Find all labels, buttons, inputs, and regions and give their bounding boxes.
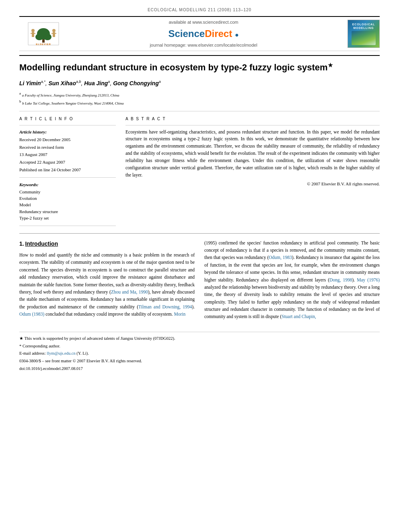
body-two-col: 1. Introduction How to model and quantif… <box>19 239 380 324</box>
title-text: Modelling redundant structure in ecosyst… <box>19 63 328 73</box>
authors-line: Li Yimina,*, Sun Xihaoa,b, Hua Jinga, Go… <box>19 79 380 87</box>
cite-odum2: Odum, 1983 <box>269 255 292 260</box>
author-xihao: Sun Xihao <box>48 80 76 86</box>
svg-rect-11 <box>53 32 55 37</box>
keyword-evolution: Evolution <box>19 195 116 201</box>
elsevier-logo: ELSEVIER <box>19 22 68 46</box>
keywords-label: Keywords: <box>19 182 116 188</box>
cite-dong: Dong, 1998 <box>329 277 352 282</box>
body-left-col: 1. Introduction How to model and quantif… <box>19 239 195 324</box>
section1-right-para: (1995) confirmed the species' function r… <box>204 239 380 320</box>
svg-point-4 <box>35 34 43 40</box>
published-date: Published on line 24 October 2007 <box>19 166 116 174</box>
article-history: Article history: Received 20 December 20… <box>19 129 116 174</box>
center-links: available at www.sciencedirect.com Scien… <box>68 19 339 48</box>
svg-point-6 <box>31 29 35 32</box>
footnote-email: E-mail address: llym@ujs.edu.cn (Y. Li). <box>19 350 380 357</box>
svg-rect-12 <box>51 33 53 34</box>
cite-stuart: Stuart and Chapin, <box>282 314 316 319</box>
cite-odum1: Odum (1983) <box>19 312 44 316</box>
affil-a: a a Faculty of Science, Jiangsu Universi… <box>19 91 380 98</box>
received-revised-label: Received in revised form <box>19 144 116 151</box>
body-right-col: (1995) confirmed the species' function r… <box>204 239 380 324</box>
section1-left-para: How to model and quantify the niche and … <box>19 251 195 318</box>
journal-top-bar: ECOLOGICAL MODELLING 211 (2008) 113–120 <box>19 7 380 13</box>
cover-box: ECOLOGICALMODELLING <box>348 20 380 48</box>
history-label: Article history: <box>19 129 116 136</box>
sciencedirect-logo: ScienceDirect ● <box>68 27 339 41</box>
keyword-community: Community <box>19 189 116 195</box>
accepted-date: Accepted 22 August 2007 <box>19 159 116 166</box>
abstract-label: A B S T R A C T <box>125 116 380 122</box>
received-orig: Received 20 December 2005 <box>19 136 116 144</box>
divider-1 <box>19 111 380 111</box>
cite-morin: Morin <box>174 312 186 316</box>
body-section: 1. Introduction How to model and quantif… <box>19 233 380 324</box>
footnote-star: ★ This work is supported by project of a… <box>19 335 380 342</box>
affil-b: b b Lake Tai College, Southern Yangtze U… <box>19 99 380 106</box>
article-info-abstract: A R T I C L E I N F O Article history: R… <box>19 116 380 226</box>
keyword-type2: Type-2 fuzzy set <box>19 215 116 221</box>
copyright: © 2007 Elsevier B.V. All rights reserved… <box>125 181 380 187</box>
keyword-model: Model <box>19 202 116 208</box>
section1-heading: 1. Introduction <box>19 239 195 248</box>
article-info-label: A R T I C L E I N F O <box>19 116 116 122</box>
article-title: Modelling redundant structure in ecosyst… <box>19 62 380 74</box>
article-info-col: A R T I C L E I N F O Article history: R… <box>19 116 116 226</box>
footnote-section: ★ This work is supported by project of a… <box>19 332 380 372</box>
svg-rect-9 <box>33 33 35 34</box>
article-title-section: Modelling redundant structure in ecosyst… <box>19 55 380 226</box>
logo-bar: ELSEVIER available at www.sciencedirect.… <box>19 16 380 51</box>
svg-point-5 <box>43 34 51 40</box>
svg-point-10 <box>52 29 56 32</box>
keywords-section: Keywords: Community Evolution Model Redu… <box>19 182 116 221</box>
keyword-redundancy: Redundancy structure <box>19 209 116 215</box>
footnote-doi: doi:10.1016/j.ecolmodel.2007.08.017 <box>19 366 380 372</box>
abstract-text: Ecosystems have self-organizing characte… <box>125 129 380 179</box>
cite-zhou: Zhou and Ma, 1990 <box>111 290 148 294</box>
svg-rect-7 <box>32 32 34 37</box>
svg-text:ELSEVIER: ELSEVIER <box>36 43 51 45</box>
available-at: available at www.sciencedirect.com <box>68 19 339 25</box>
journal-cover: ECOLOGICALMODELLING <box>339 20 380 48</box>
journal-homepage: journal homepage: www.elsevier.com/locat… <box>68 42 339 48</box>
title-star: ★ <box>328 62 333 68</box>
author-yimin: Li Yimin <box>19 80 41 86</box>
abstract-col: A B S T R A C T Ecosystems have self-org… <box>125 116 380 226</box>
svg-rect-8 <box>31 33 33 34</box>
cite-may: May (1976) <box>357 277 380 282</box>
svg-rect-13 <box>54 33 56 34</box>
footnote-issn: 0304-3800/$ – see front matter © 2007 El… <box>19 358 380 365</box>
author-chongying: Gong Chongying <box>113 80 159 86</box>
author-jing: Hua Jing <box>84 80 108 86</box>
footnote-corresponding: * Corresponding author. <box>19 343 380 350</box>
cite-tilman: Tilman and Downing, 1994 <box>138 304 192 309</box>
received-revised-date: 13 August 2007 <box>19 151 116 158</box>
